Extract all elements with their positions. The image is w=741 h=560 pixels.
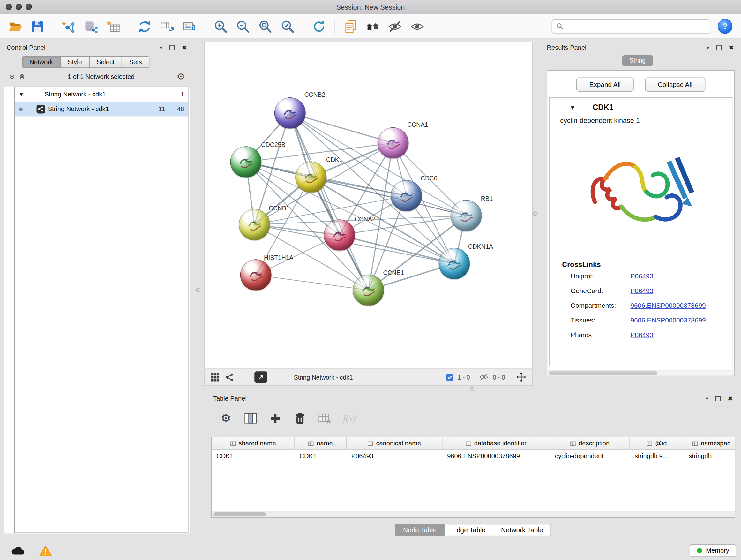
table-cell[interactable]: 9606.ENSP00000378699 (442, 450, 550, 462)
zoom-out-button[interactable] (232, 16, 254, 37)
column-header-label: description (579, 440, 610, 447)
table-cell[interactable]: cyclin-dependent ... (550, 450, 630, 462)
grid-view-icon[interactable] (210, 373, 219, 381)
documents-button[interactable] (339, 16, 361, 37)
collapse-all-button[interactable]: Collapse All (645, 77, 705, 91)
network-from-table-button[interactable] (156, 16, 178, 37)
create-column-button[interactable] (267, 410, 283, 427)
float-panel-icon[interactable]: ▾ (706, 44, 709, 51)
delete-column-button[interactable] (292, 410, 308, 427)
tab-network-table[interactable]: Network Table (493, 524, 551, 537)
collapse-all-icon[interactable] (9, 73, 16, 80)
table-horizontal-scrollbar[interactable] (212, 511, 735, 517)
network-collection-row[interactable]: ▼ String Network - cdk1 1 (15, 87, 188, 102)
toolbar-separator (53, 18, 53, 35)
network-node-rb1[interactable] (451, 200, 482, 231)
tab-sets[interactable]: Sets (122, 56, 149, 68)
hidden-eye-slash-icon[interactable] (479, 372, 488, 382)
column-header--id[interactable]: @id (630, 437, 684, 449)
annotation-mode-button[interactable] (254, 371, 267, 383)
column-header-shared-name[interactable]: shared name (212, 437, 294, 449)
column-header-description[interactable]: description (550, 437, 630, 449)
help-button[interactable]: ? (718, 19, 732, 34)
results-horizontal-scrollbar[interactable] (547, 370, 734, 376)
import-network-database-button[interactable] (80, 16, 102, 37)
tab-node-table[interactable]: Node Table (395, 524, 445, 537)
network-view-icon[interactable] (225, 373, 234, 381)
first-neighbors-button[interactable] (361, 16, 384, 37)
table-cell[interactable]: CDK1 (212, 450, 294, 462)
import-table-button[interactable] (102, 16, 125, 37)
table-options-gear-button[interactable]: ⚙ (218, 410, 234, 427)
zoom-selected-button[interactable] (276, 16, 299, 37)
close-panel-icon[interactable]: ✖ (728, 395, 733, 402)
network-node-cdc25b[interactable] (230, 146, 261, 178)
expand-all-button[interactable]: Expand All (576, 77, 633, 91)
detach-panel-icon[interactable] (170, 45, 175, 50)
import-network-file-button[interactable] (57, 16, 80, 37)
bottom-splitter-grip[interactable] (470, 387, 474, 391)
toolbar-separator (334, 18, 334, 35)
collection-expander-icon[interactable]: ▼ (19, 91, 23, 97)
selected-checkbox-icon[interactable] (446, 374, 453, 381)
search-input[interactable] (567, 23, 706, 30)
network-node-hist1h1a[interactable] (240, 259, 272, 291)
crosslink-link[interactable]: P06493 (630, 287, 653, 294)
crosslink-link[interactable]: 9606.ENSP00000378699 (630, 301, 705, 309)
network-row-selected[interactable]: ● String Network - cdk1 11 48 (15, 102, 188, 116)
save-session-button[interactable] (26, 16, 49, 37)
memory-button[interactable]: Memory (690, 544, 736, 557)
gene-section-expander-icon[interactable]: ▼ (570, 105, 575, 111)
export-image-button[interactable] (178, 16, 200, 37)
network-node-cdk1[interactable] (295, 162, 327, 193)
tab-select[interactable]: Select (89, 56, 122, 68)
table-cell[interactable]: stringdb:9... (630, 450, 684, 462)
column-header-canonical-name[interactable]: canonical name (347, 437, 442, 449)
network-node-ccna1[interactable] (378, 127, 409, 159)
detach-panel-icon[interactable] (716, 396, 721, 401)
table-cell[interactable]: stringdb (684, 450, 736, 462)
show-all-button[interactable] (406, 16, 428, 37)
float-panel-icon[interactable]: ▾ (705, 395, 708, 401)
crosslink-link[interactable]: P06493 (630, 331, 653, 338)
hide-selected-button[interactable] (384, 16, 406, 37)
warning-icon[interactable] (39, 544, 52, 556)
column-header-name[interactable]: name (295, 437, 347, 449)
show-columns-button[interactable] (243, 410, 259, 427)
zoom-in-button[interactable] (209, 16, 232, 37)
detach-panel-icon[interactable] (717, 45, 722, 50)
tab-network[interactable]: Network (22, 56, 60, 68)
float-panel-icon[interactable]: ▾ (160, 44, 162, 51)
right-splitter-grip[interactable] (533, 211, 537, 215)
left-splitter-grip[interactable] (196, 288, 200, 292)
table-cell[interactable]: P06493 (347, 450, 442, 462)
tab-style[interactable]: Style (61, 56, 90, 68)
protein-structure-thumbnail (396, 186, 417, 207)
network-node-cdc6[interactable] (391, 180, 422, 211)
refresh-layout-button[interactable] (308, 16, 330, 37)
birds-eye-move-icon[interactable] (516, 372, 527, 382)
network-node-cdkn1a[interactable] (439, 248, 470, 279)
crosslink-link[interactable]: 9606.ENSP00000378699 (630, 316, 705, 324)
table-cell[interactable]: CDK1 (295, 450, 347, 462)
network-node-ccnb2[interactable] (274, 98, 306, 129)
crosslink-row: Uniprot: P06493 (550, 268, 732, 283)
close-panel-icon[interactable]: ✖ (182, 44, 187, 51)
column-header-namespac[interactable]: namespac (684, 437, 736, 449)
clone-network-button[interactable] (133, 16, 156, 37)
tab-edge-table[interactable]: Edge Table (445, 524, 493, 537)
column-header-database-identifier[interactable]: database identifier (442, 437, 550, 449)
network-node-ccnb1[interactable] (239, 209, 270, 240)
close-panel-icon[interactable]: ✖ (729, 44, 734, 51)
network-options-gear-icon[interactable]: ⚙ (177, 71, 185, 82)
expand-all-icon[interactable] (18, 73, 25, 80)
cloud-status-icon[interactable] (10, 545, 25, 556)
network-node-ccne1[interactable] (353, 274, 384, 306)
open-session-button[interactable] (4, 16, 26, 37)
network-canvas[interactable]: CCNB2CCNA1CDC25BCDK1CDC6RB1CCNB1CCNA2CDK… (204, 42, 533, 368)
table-row[interactable]: CDK1CDK1P064939606.ENSP00000378699cyclin… (212, 450, 735, 462)
string-results-tab[interactable]: String (622, 55, 653, 66)
network-node-ccna2[interactable] (324, 219, 355, 251)
zoom-fit-button[interactable] (254, 16, 276, 37)
crosslink-link[interactable]: P06493 (630, 272, 653, 280)
